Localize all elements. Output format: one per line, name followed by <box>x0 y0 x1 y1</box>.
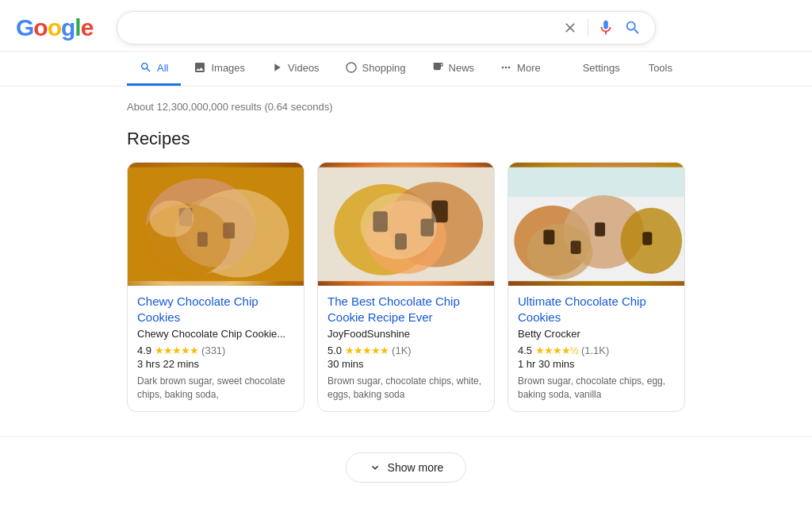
svg-rect-19 <box>508 167 684 197</box>
tab-more-label: More <box>517 62 541 74</box>
show-more-label: Show more <box>388 461 444 474</box>
recipe-source-1: Chewy Chocolate Chip Cookie... <box>137 328 294 340</box>
tab-more[interactable]: More <box>487 52 553 86</box>
tools-tab[interactable]: Tools <box>636 52 685 86</box>
stars-1: ★★★★★ <box>155 344 198 356</box>
rating-value-2: 5.0 <box>327 344 342 356</box>
recipe-rating-1: 4.9 ★★★★★ (331) <box>137 344 294 356</box>
svg-point-17 <box>361 193 437 259</box>
results-count: About 12,300,000,000 results (0.64 secon… <box>127 94 685 113</box>
tab-all[interactable]: All <box>127 52 181 86</box>
recipe-source-2: JoyFoodSunshine <box>327 328 485 340</box>
search-bar: cookies <box>117 11 656 44</box>
tab-news[interactable]: News <box>419 52 488 86</box>
recipe-title-2[interactable]: The Best Chocolate Chip Cookie Recipe Ev… <box>327 294 485 325</box>
rating-count-2: (1K) <box>392 344 412 356</box>
section-title: Recipes <box>127 129 685 149</box>
search-bar-icons <box>561 18 642 37</box>
news-icon <box>431 61 444 74</box>
recipe-info-3: Ultimate Chocolate Chip Cookies Betty Cr… <box>508 286 684 411</box>
microphone-button[interactable] <box>596 18 615 37</box>
rating-count-3: (1.1K) <box>581 344 609 356</box>
svg-point-8 <box>150 200 194 237</box>
settings-tab[interactable]: Settings <box>570 52 633 86</box>
recipe-cards: Chewy Chocolate Chip Cookies Chewy Choco… <box>127 162 685 412</box>
images-icon <box>193 61 206 74</box>
recipe-time-1: 3 hrs 22 mins <box>137 358 294 370</box>
tab-videos[interactable]: Videos <box>258 52 332 86</box>
recipe-ingredients-2: Brown sugar, chocolate chips, white, egg… <box>327 375 485 402</box>
search-icon <box>140 61 152 74</box>
svg-rect-24 <box>543 229 554 244</box>
recipe-card-1[interactable]: Chewy Chocolate Chip Cookies Chewy Choco… <box>127 162 304 412</box>
tab-images-label: Images <box>211 62 245 74</box>
stars-2: ★★★★★ <box>345 344 389 356</box>
cookie-img-2 <box>318 163 494 286</box>
nav-tabs: All Images Videos Shopping News More <box>0 52 812 87</box>
recipe-image-2 <box>318 163 494 286</box>
rating-value-1: 4.9 <box>137 344 151 356</box>
recipe-time-3: 1 hr 30 mins <box>518 358 675 370</box>
cookie-img-3 <box>508 163 684 286</box>
recipe-image-1 <box>128 163 304 286</box>
search-button[interactable] <box>623 18 642 37</box>
search-input[interactable]: cookies <box>130 21 553 35</box>
svg-rect-25 <box>595 222 605 237</box>
recipe-rating-3: 4.5 ★★★★½ (1.1K) <box>518 344 675 356</box>
more-icon <box>500 61 512 74</box>
recipe-card-2[interactable]: The Best Chocolate Chip Cookie Recipe Ev… <box>317 162 495 412</box>
recipe-card-3[interactable]: Ultimate Chocolate Chip Cookies Betty Cr… <box>508 162 685 412</box>
header: Google cookies <box>0 0 812 52</box>
clear-button[interactable] <box>561 18 580 37</box>
divider <box>588 19 588 37</box>
recipe-info-2: The Best Chocolate Chip Cookie Recipe Ev… <box>318 286 494 411</box>
recipe-title-1[interactable]: Chewy Chocolate Chip Cookies <box>137 294 294 325</box>
stars-3: ★★★★½ <box>535 344 578 356</box>
tab-shopping[interactable]: Shopping <box>332 52 419 86</box>
tab-shopping-label: Shopping <box>362 62 406 74</box>
recipe-image-3 <box>508 163 684 286</box>
recipe-time-2: 30 mins <box>327 358 485 370</box>
show-more-button[interactable]: Show more <box>346 452 467 483</box>
svg-rect-27 <box>571 241 581 254</box>
tab-all-label: All <box>157 62 168 74</box>
cookie-img-1 <box>128 163 304 286</box>
tab-images[interactable]: Images <box>181 52 258 86</box>
videos-icon <box>270 61 283 74</box>
recipe-title-3[interactable]: Ultimate Chocolate Chip Cookies <box>518 294 675 325</box>
shopping-icon <box>345 61 358 74</box>
results-area: About 12,300,000,000 results (0.64 secon… <box>0 87 812 428</box>
recipe-ingredients-3: Brown sugar, chocolate chips, egg, bakin… <box>518 375 675 402</box>
tab-videos-label: Videos <box>288 62 320 74</box>
recipe-rating-2: 5.0 ★★★★★ (1K) <box>327 344 485 356</box>
rating-value-3: 4.5 <box>518 344 532 356</box>
tools-label: Tools <box>649 62 672 74</box>
recipe-source-3: Betty Crocker <box>518 328 675 340</box>
nav-right: Settings Tools <box>570 52 685 86</box>
svg-rect-26 <box>642 232 652 245</box>
recipe-ingredients-1: Dark brown sugar, sweet chocolate chips,… <box>137 375 294 402</box>
settings-label: Settings <box>583 62 620 74</box>
chevron-down-icon <box>369 461 381 474</box>
show-more-container: Show more <box>0 436 812 491</box>
tab-news-label: News <box>449 62 475 74</box>
rating-count-1: (331) <box>201 344 225 356</box>
recipe-info-1: Chewy Chocolate Chip Cookies Chewy Choco… <box>128 286 304 411</box>
google-logo[interactable]: Google <box>16 14 93 41</box>
svg-point-23 <box>527 224 592 279</box>
